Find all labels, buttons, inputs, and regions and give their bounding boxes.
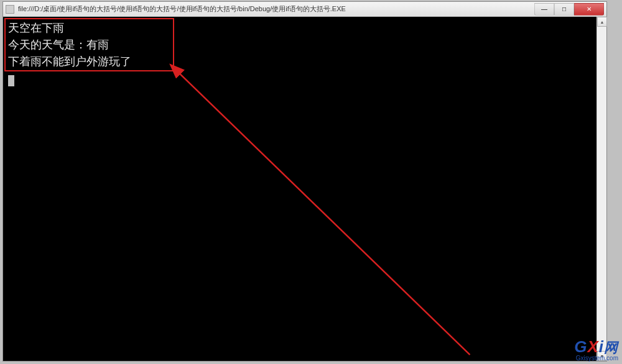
console-line-3: 下着雨不能到户外游玩了 xyxy=(8,53,601,70)
minimize-button[interactable]: — xyxy=(534,3,554,16)
window-controls: — □ ✕ xyxy=(534,3,604,16)
console-content: 天空在下雨 今天的天气是：有雨 下着雨不能到户外游玩了 xyxy=(3,17,606,361)
svg-line-1 xyxy=(178,72,470,355)
cursor-block xyxy=(8,75,14,86)
scroll-down-button[interactable]: ▼ xyxy=(597,351,607,361)
app-icon xyxy=(6,5,14,14)
titlebar-path: file:///D:/桌面/使用if语句的大括号/使用if语句的大括号/使用if… xyxy=(18,4,534,14)
titlebar[interactable]: file:///D:/桌面/使用if语句的大括号/使用if语句的大括号/使用if… xyxy=(3,2,606,17)
console-cursor-line xyxy=(8,70,601,86)
maximize-button[interactable]: □ xyxy=(554,3,574,16)
close-button[interactable]: ✕ xyxy=(574,3,604,16)
console-line-1: 天空在下雨 xyxy=(8,19,601,36)
console-output-area: 天空在下雨 今天的天气是：有雨 下着雨不能到户外游玩了 xyxy=(3,17,606,361)
console-window: file:///D:/桌面/使用if语句的大括号/使用if语句的大括号/使用if… xyxy=(2,1,607,362)
console-line-2: 今天的天气是：有雨 xyxy=(8,36,601,53)
